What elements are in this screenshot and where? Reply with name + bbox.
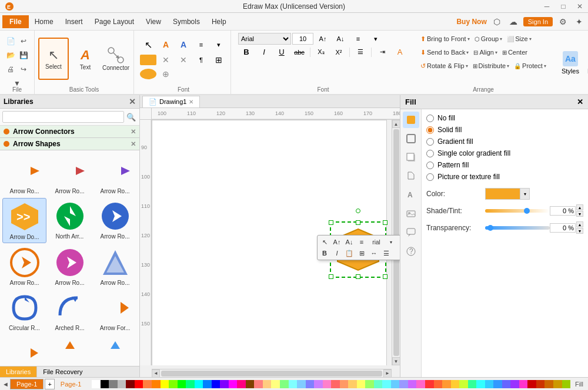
font-family-select[interactable]: Arial [238,33,291,45]
trans-up-arrow[interactable]: ▲ [576,221,583,227]
color-swatch[interactable] [297,380,306,388]
menu-insert[interactable]: Insert [59,15,89,28]
list-item[interactable]: Arrow Ro... [93,244,137,288]
color-swatch[interactable] [161,380,169,388]
color-swatch[interactable] [289,380,298,388]
handle-tr[interactable] [383,220,387,225]
menu-help[interactable]: Help [206,15,232,28]
shade-spinbox[interactable] [550,206,576,216]
horizontal-scrollbar[interactable]: ◄ ► [152,369,392,377]
drawing1-tab[interactable]: 📄 Drawing1 ✕ [142,96,200,107]
arrow-connectors-category[interactable]: Arrow Connectors ✕ [0,126,139,138]
handle-bc[interactable] [356,274,360,279]
ft-a-up-btn[interactable]: A↑ [331,237,343,247]
text-format-icon-btn[interactable]: A [403,187,419,203]
rotate-flip-btn[interactable]: ↺ Rotate & Flip ▾ [419,60,470,72]
image-icon-btn[interactable] [403,206,419,222]
color-swatch[interactable] [186,380,195,388]
text-tool-button[interactable]: A Text [71,41,99,76]
save-btn[interactable]: 💾 [18,49,29,61]
color-swatch[interactable] [246,380,255,388]
list-item[interactable]: Arrow Ro... [2,244,46,288]
color-swatch[interactable] [135,380,143,388]
bring-to-front-btn[interactable]: ⬆ Bring to Front ▾ [419,33,472,45]
list-item[interactable]: Arrow Ro... [2,153,46,197]
picture-fill-radio[interactable] [426,173,434,181]
menu-symbols[interactable]: Symbols [167,15,206,28]
strike-btn[interactable]: abc [291,47,308,58]
distribute-btn[interactable]: ⊞ Distribute ▾ [471,60,511,72]
align-v-btn[interactable]: ▾ [211,41,227,49]
indent-btn[interactable]: ⇥ [374,46,390,58]
close-btn[interactable]: ✕ [572,0,588,13]
font-size-input[interactable] [292,33,313,45]
send-back-arrow[interactable]: ▾ [466,50,469,55]
ft-bold-btn[interactable]: B [319,248,330,258]
ft-chevron-icon[interactable]: ▾ [385,237,397,247]
list-item[interactable]: >> Arrow Do... [2,198,46,243]
color-swatch[interactable] [212,380,220,388]
bold-btn[interactable]: B [238,46,255,58]
gradient-fill-option[interactable]: Gradient fill [426,137,583,146]
color-swatch[interactable] [195,380,203,388]
scroll-up-btn[interactable]: ▲ [392,120,400,128]
ft-align-btn[interactable]: ≡ [356,237,368,247]
color-swatch[interactable] [391,380,400,388]
center-btn[interactable]: ⊞ Center [500,46,529,58]
paragraph-format[interactable]: ≡ [350,33,366,44]
color-swatch[interactable] [382,380,391,388]
list-item[interactable]: Arrow Right [2,335,46,366]
color-swatch[interactable] [510,380,519,388]
open-btn[interactable]: 📂 [5,49,16,61]
color-swatch[interactable] [476,380,485,388]
menu-view[interactable]: View [140,15,167,28]
font-size-up[interactable]: A↑ [315,33,331,44]
tab-close-icon[interactable]: ✕ [189,99,193,105]
color-swatch[interactable] [280,380,289,388]
pattern-fill-radio[interactable] [426,162,434,169]
protect-btn[interactable]: 🔒 Protect ▾ [512,60,548,72]
superscript-btn[interactable]: X² [330,47,347,58]
list-item[interactable]: Arrow Up [48,335,92,366]
list-item[interactable]: Arrow Ro... [48,244,92,288]
para-btn[interactable]: ¶ [193,55,209,65]
list-item[interactable]: Arched R... [48,290,92,334]
buy-now-link[interactable]: Buy Now [456,18,486,26]
connector-tool-button[interactable]: Connector [102,41,130,76]
ft-width-btn[interactable]: ↔ [368,248,380,258]
new-btn[interactable]: 📄 [5,35,16,47]
ft-copy-btn[interactable]: 📋 [343,248,355,258]
size-btn[interactable]: ⬜ Size ▾ [505,33,533,45]
handle-tl[interactable] [329,220,333,225]
color-swatch[interactable] [468,380,477,388]
fill-close-icon[interactable]: ✕ [577,98,583,106]
color-swatch[interactable] [451,380,460,388]
comment-icon-btn[interactable] [403,224,419,241]
color-swatch[interactable] [152,380,161,388]
color-swatch[interactable] [442,380,451,388]
ft-cursor-btn[interactable]: ↖ [319,237,330,247]
font-dropdown[interactable]: ▾ [368,33,384,45]
color-swatch[interactable] [434,380,443,388]
pattern-fill-option[interactable]: Pattern fill [426,161,583,169]
handle-bl[interactable] [329,274,333,279]
category-close2[interactable]: ✕ [131,140,136,148]
add-page-btn[interactable]: + [45,379,54,389]
color-swatch[interactable] [254,380,263,388]
list-item[interactable]: Arrow Ro... [93,153,137,197]
shape-y-btn[interactable]: ⊕ [158,68,174,80]
handle-br[interactable] [383,274,387,279]
color-swatch[interactable] [126,380,135,388]
settings-icon[interactable]: ⚙ [556,15,569,28]
shape-x2-btn[interactable]: ✕ [175,53,192,66]
color-swatch[interactable] [331,380,340,388]
styles-button[interactable]: Aa Styles [557,39,583,86]
color-swatch[interactable] [220,380,229,388]
fill-icon-btn[interactable] [403,112,419,128]
share-icon[interactable]: ⬡ [490,15,503,28]
color-swatch[interactable] [169,380,178,388]
library-search-input[interactable] [2,111,124,123]
no-fill-radio[interactable] [426,115,434,122]
color-swatch[interactable] [553,380,562,388]
color-dropdown-arrow[interactable]: ▾ [520,188,530,200]
